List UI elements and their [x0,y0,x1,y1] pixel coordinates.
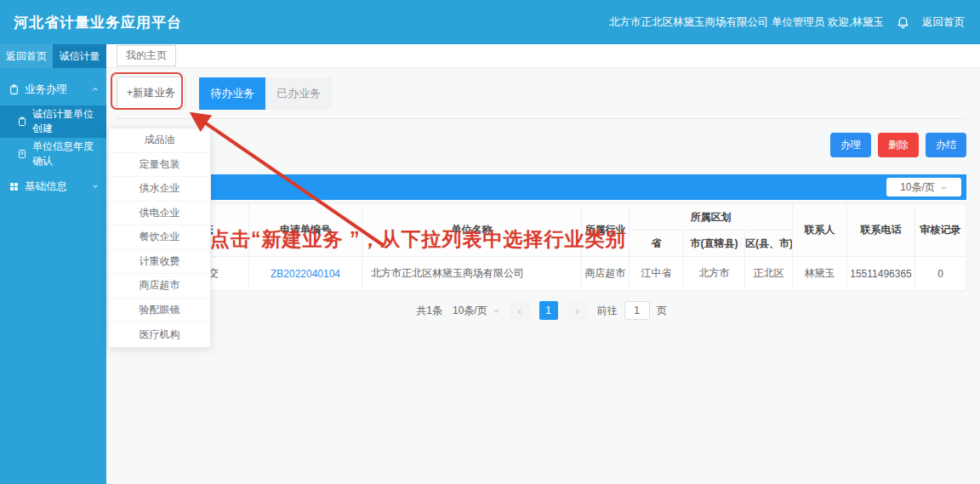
column-province: 省 [630,231,684,257]
cell-province: 江中省 [630,257,684,291]
sidebar-item-unit-create[interactable]: 诚信计量单位创建 [0,105,106,138]
column-industry: 所属行业 [582,204,630,257]
nav-strip: 返回首页 诚信计量 我的主页 [0,44,980,68]
cell-audit: 0 [915,257,966,291]
dropdown-item-eyeglass-fitting[interactable]: 验配眼镜 [109,299,210,323]
finish-button[interactable]: 办结 [926,133,966,157]
tab-my-homepage[interactable]: 我的主页 [117,45,176,66]
document-icon [17,149,27,159]
sidebar: 业务办理 诚信计量单位创建 单位信息年度确认 [0,68,106,484]
pagination: 共1条 10条/页 ‹ 1 › 前往 1 页 [117,301,966,320]
handle-button[interactable]: 办理 [830,133,871,157]
chevron-down-icon [91,182,100,191]
nav-module-integrity-metrology[interactable]: 诚信计量 [53,44,106,68]
next-page-button[interactable]: › [568,301,587,320]
dropdown-item-power-supply[interactable]: 供电企业 [109,202,210,226]
sidebar-group-label: 业务办理 [25,83,86,97]
column-audit: 审核记录 [915,204,966,257]
column-city: 市(直辖县) [684,231,745,257]
dropdown-item-shop-supermarket[interactable]: 商店超市 [109,274,210,299]
page-title: 河北省计量业务应用平台 [14,13,182,32]
cell-city: 北方市 [684,257,745,291]
dropdown-item-catering[interactable]: 餐饮企业 [109,225,210,250]
main-content: +新建业务 待办业务 已办业务 办理 删除 办结 10条/页 [106,68,980,484]
sidebar-group-business-handling[interactable]: 业务办理 [0,73,106,105]
dropdown-item-weight-toll[interactable]: 计重收费 [109,250,210,275]
caret-down-icon [940,184,948,191]
column-phone: 联系电话 [847,204,915,257]
notification-bell-icon[interactable] [896,15,910,30]
goto-page-input[interactable]: 1 [624,301,650,320]
pagination-page-size-value: 10条/页 [453,304,487,318]
dropdown-item-quantitative-packaging[interactable]: 定量包装 [109,153,210,178]
list-toolbar: 10条/页 [117,174,966,200]
current-page-button[interactable]: 1 [539,301,558,320]
page-size-select[interactable]: 10条/页 [886,178,961,196]
sidebar-item-label: 单位信息年度确认 [32,140,100,168]
goto-label: 前往 [597,304,618,318]
app-window: 河北省计量业务应用平台 北方市正北区林黛玉商场有限公司 单位管理员 欢迎,林黛玉… [0,0,980,484]
dropdown-item-refined-oil[interactable]: 成品油 [109,128,210,153]
column-region-group: 所属区划 [630,204,793,231]
column-district: 区(县、市) [745,231,793,257]
column-unit-name: 单位名称 [362,204,582,257]
pagination-total: 共1条 [416,304,442,318]
delete-button[interactable]: 删除 [878,133,919,157]
sidebar-item-annual-confirm[interactable]: 单位信息年度确认 [0,138,106,170]
cell-district: 正北区 [745,257,793,291]
app-header: 河北省计量业务应用平台 北方市正北区林黛玉商场有限公司 单位管理员 欢迎,林黛玉… [0,0,980,44]
prev-page-button[interactable]: ‹ [510,301,529,320]
cell-apply-no-link[interactable]: ZB2022040104 [249,257,362,291]
document-icon [17,117,27,127]
cell-industry: 商店超市 [582,257,630,291]
user-info: 北方市正北区林黛玉商场有限公司 单位管理员 欢迎,林黛玉 [609,15,884,30]
sidebar-item-label: 诚信计量单位创建 [32,107,100,136]
grid-icon [9,181,20,192]
nav-tab-area: 我的主页 [106,44,980,68]
column-apply-no: 申请单编号 [249,204,362,257]
cell-unit-name: 北方市正北区林黛玉商场有限公司 [362,257,582,291]
column-contact: 联系人 [793,204,847,257]
tab-divider [117,118,966,119]
new-business-button[interactable]: +新建业务 [117,77,185,110]
business-table: 状态 申请单编号 单位名称 所属行业 所属区划 联系人 联系电话 审核记录 省 … [117,203,966,291]
cell-phone: 15511496365 [847,257,915,291]
clipboard-icon [9,84,20,95]
nav-back-home[interactable]: 返回首页 [0,44,53,68]
dropdown-item-medical-institution[interactable]: 医疗机构 [109,322,210,347]
chevron-up-icon [91,85,100,94]
tab-done-business[interactable]: 已办业务 [265,77,332,110]
caret-down-icon [493,307,500,315]
cell-contact: 林黛玉 [793,257,847,291]
pagination-page-size-select[interactable]: 10条/页 [453,304,500,318]
industry-dropdown-menu: 成品油 定量包装 供水企业 供电企业 餐饮企业 计重收费 商店超市 验配眼镜 医… [108,128,211,348]
dropdown-item-water-supply[interactable]: 供水企业 [109,177,210,202]
table-row: 待提交 ZB2022040104 北方市正北区林黛玉商场有限公司 商店超市 江中… [117,257,966,291]
page-size-value: 10条/页 [900,180,935,195]
page-label: 页 [657,304,667,318]
sidebar-group-label: 基础信息 [25,179,86,194]
tab-pending-business[interactable]: 待办业务 [199,77,265,110]
sidebar-group-basic-info[interactable]: 基础信息 [0,170,106,202]
header-back-home-link[interactable]: 返回首页 [922,15,965,30]
